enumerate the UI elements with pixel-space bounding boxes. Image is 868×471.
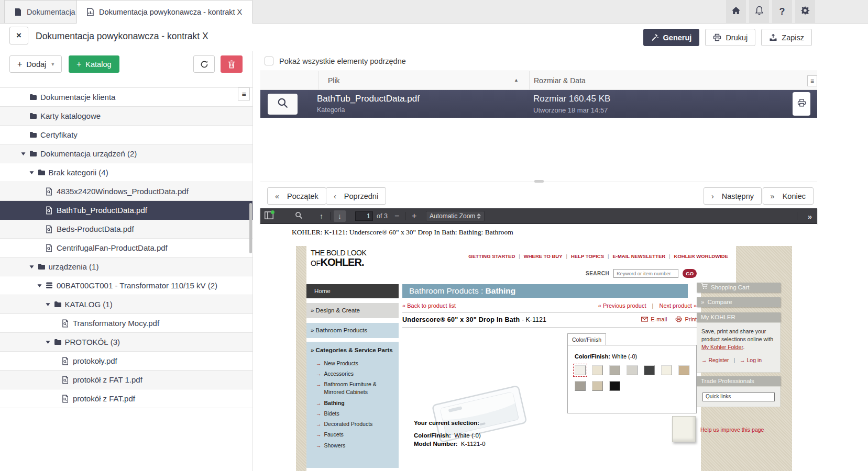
kohler-search-input[interactable]: [613, 269, 678, 278]
back-to-list-link[interactable]: « Back to product list: [402, 302, 456, 309]
kohler-nav-item[interactable]: →Bathroom Furniture & Mirrored Cabinets: [311, 379, 395, 398]
caret-down-icon[interactable]: [37, 284, 46, 288]
trade-professionals-header[interactable]: Trade Professionals: [697, 376, 781, 386]
color-swatch[interactable]: [592, 381, 603, 391]
caret-down-icon[interactable]: [46, 340, 54, 344]
tree-item[interactable]: Dokumentacja urządzeń (2): [0, 144, 252, 163]
kohler-nav-item[interactable]: →Faucets: [311, 430, 395, 440]
kohler-nav-item[interactable]: →Showers: [311, 440, 395, 451]
kohler-nav-item[interactable]: →New Products: [311, 358, 395, 368]
tree-item[interactable]: 00BAT00GT001 - Transformator 110/15 kV (…: [0, 276, 252, 295]
nav-design-create[interactable]: » Design & Create: [306, 303, 399, 318]
color-swatch[interactable]: [575, 381, 586, 391]
kohler-top-link[interactable]: KOHLER WORLDWIDE: [674, 253, 728, 259]
my-kohler-header[interactable]: My KOHLER: [697, 312, 781, 322]
tree-item[interactable]: Transformatory Mocy.pdf: [0, 314, 252, 333]
my-kohler-folder-link[interactable]: My Kohler Folder: [701, 344, 743, 350]
pdf-zoom-out-button[interactable]: −: [394, 208, 399, 224]
add-catalog-button[interactable]: + Katalog: [69, 55, 119, 73]
page-first-button[interactable]: «Początek: [267, 187, 326, 205]
quick-links-select[interactable]: Quick links: [702, 392, 775, 401]
tree-item[interactable]: Karty katalogowe: [0, 107, 252, 126]
column-header-file[interactable]: Plik ▲: [318, 71, 529, 89]
tab-dokumentacja[interactable]: Dokumentacja: [4, 0, 86, 24]
caret-down-icon[interactable]: [46, 302, 54, 307]
kohler-nav-item[interactable]: →Accessories: [311, 368, 395, 379]
tree-item[interactable]: KATALOG (1): [0, 295, 252, 314]
close-view-button[interactable]: ×: [9, 27, 28, 44]
column-header-size-date[interactable]: Rozmiar & Data: [529, 71, 807, 89]
kohler-top-link[interactable]: GETTING STARTED: [468, 253, 515, 259]
caret-down-icon[interactable]: [29, 265, 38, 269]
tree-item[interactable]: CentrifugalFan-ProductData.pdf: [0, 239, 252, 257]
preview-button[interactable]: [268, 94, 298, 115]
tab-color-finish[interactable]: Color/Finish: [567, 333, 606, 345]
tree-item[interactable]: Dokumentacje klienta: [0, 88, 252, 107]
kohler-top-link[interactable]: WHERE TO BUY: [524, 253, 563, 259]
tree-item[interactable]: Certyfikaty: [0, 126, 252, 144]
notifications-button[interactable]: [749, 0, 769, 23]
nav-home[interactable]: Home: [306, 284, 399, 298]
splitter-handle[interactable]: [534, 180, 544, 183]
home-button[interactable]: [726, 0, 746, 23]
print-link[interactable]: Print: [675, 316, 697, 322]
caret-down-icon[interactable]: [21, 152, 29, 156]
tree-item[interactable]: Beds-ProductData.pdf: [0, 220, 252, 239]
pdf-page-up-button[interactable]: ↑: [320, 208, 323, 224]
tree-menu-button[interactable]: ≡: [238, 87, 250, 100]
tree-item[interactable]: protokół z FAT.pdf: [0, 389, 252, 408]
kohler-top-link[interactable]: HELP TOPICS: [571, 253, 604, 259]
email-link[interactable]: E-mail: [641, 316, 667, 322]
help-improve-link[interactable]: Help us improve this page: [700, 427, 764, 433]
color-swatch[interactable]: [627, 365, 638, 375]
kohler-top-link[interactable]: E-MAIL NEWSLETTER: [612, 253, 665, 259]
register-link[interactable]: → Register: [701, 357, 729, 363]
delete-button[interactable]: [221, 55, 243, 73]
save-button[interactable]: Zapisz: [761, 29, 812, 46]
add-button[interactable]: + Dodaj ▾: [9, 55, 62, 73]
pdf-page-down-button[interactable]: ↓: [334, 210, 346, 222]
kohler-nav-item[interactable]: →Decorated Products: [311, 419, 395, 430]
color-swatch[interactable]: [609, 381, 620, 391]
color-swatch[interactable]: [661, 365, 672, 375]
nav-categories-header[interactable]: » Categories & Service Parts: [311, 346, 395, 355]
help-button[interactable]: ?: [772, 0, 792, 23]
search-go-button[interactable]: GO: [683, 269, 697, 278]
compare-button[interactable]: » Compare: [697, 297, 781, 307]
pdf-zoom-select[interactable]: Automatic Zoom: [426, 211, 485, 221]
tree-item[interactable]: BathTub_ProductData.pdf: [0, 201, 252, 220]
nav-bathroom-products[interactable]: » Bathroom Products: [306, 323, 399, 338]
tree-item[interactable]: PROTOKÓŁ (3): [0, 333, 252, 352]
tree-item[interactable]: 4835x2420Windows_ProductData.pdf: [0, 182, 252, 201]
login-link[interactable]: → Log in: [740, 357, 762, 363]
previous-product-link[interactable]: « Previous product: [598, 302, 646, 309]
caret-down-icon[interactable]: [29, 171, 38, 175]
page-next-button[interactable]: ›Następny: [704, 187, 762, 205]
pdf-find-button[interactable]: [295, 208, 303, 224]
show-all-checkbox[interactable]: [265, 57, 273, 65]
table-columns-menu-button[interactable]: ≡: [807, 75, 817, 86]
generate-button[interactable]: Generuj: [643, 29, 700, 46]
color-swatch[interactable]: [678, 365, 689, 375]
pdf-page-input[interactable]: [355, 211, 373, 221]
kohler-nav-item[interactable]: →Bathing: [311, 398, 395, 408]
kohler-nav-item[interactable]: →Bidets: [311, 408, 395, 419]
tree-item[interactable]: Brak kategorii (4): [0, 163, 252, 182]
print-button[interactable]: Drukuj: [705, 29, 755, 46]
shopping-cart-button[interactable]: Shopping Cart: [697, 283, 781, 293]
color-swatch[interactable]: [592, 365, 603, 375]
page-prev-button[interactable]: ‹Poprzedni: [326, 187, 386, 205]
tab-dokumentacja-powykonawcza[interactable]: Dokumentacja powykonawcza - kontrakt X: [76, 0, 252, 24]
color-swatch[interactable]: [644, 365, 655, 375]
pdf-zoom-in-button[interactable]: +: [412, 208, 416, 224]
settings-button[interactable]: [795, 0, 815, 23]
tree-scrollbar-thumb[interactable]: [249, 203, 252, 253]
page-last-button[interactable]: »Koniec: [763, 187, 814, 205]
row-print-button[interactable]: [793, 92, 810, 116]
color-swatch[interactable]: [575, 365, 586, 375]
pdf-more-tools-button[interactable]: »: [808, 208, 811, 224]
next-product-link[interactable]: Next product »: [659, 302, 697, 309]
tree-item[interactable]: protokół z FAT 1.pdf: [0, 371, 252, 389]
tree-item[interactable]: protokoły.pdf: [0, 352, 252, 371]
color-swatch[interactable]: [609, 365, 620, 375]
